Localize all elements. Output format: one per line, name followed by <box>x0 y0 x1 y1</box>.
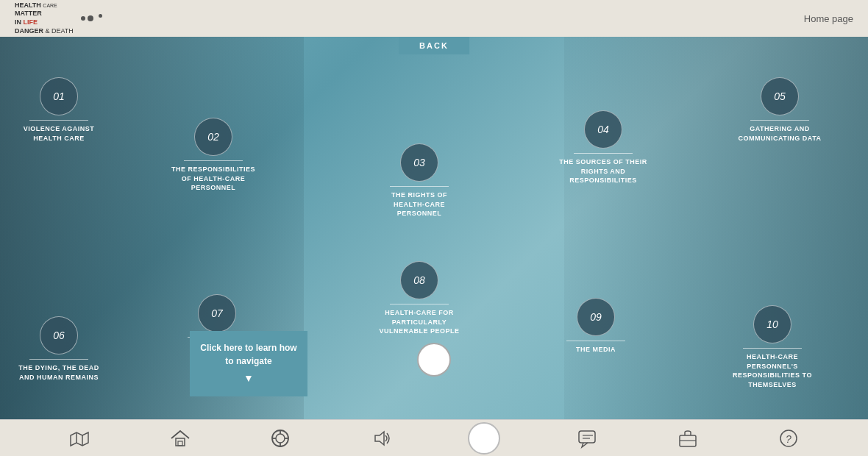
topic-t02[interactable]: 02THE RESPONSIBILITIES OF HEALTH-CARE PE… <box>169 118 257 193</box>
svg-point-6 <box>276 434 285 443</box>
navigate-arrow: ▼ <box>199 371 299 386</box>
back-button[interactable]: BACK <box>399 37 469 54</box>
topic-line-t01 <box>29 120 88 121</box>
svg-rect-12 <box>579 431 595 443</box>
topic-t05[interactable]: 05GATHERING AND COMMUNICATING DATA <box>736 77 824 143</box>
topic-number-t04: 04 <box>584 110 622 149</box>
topic-label-t02: THE RESPONSIBILITIES OF HEALTH-CARE PERS… <box>169 165 257 193</box>
topic-t06[interactable]: 06THE DYING, THE DEAD AND HUMAN REMAINS <box>15 316 103 382</box>
main-content: BACK 01VIOLENCE AGAINST HEALTH CARE02THE… <box>0 37 868 419</box>
svg-rect-3 <box>176 438 185 446</box>
svg-rect-4 <box>178 441 182 446</box>
topic-number-t01: 01 <box>40 77 78 115</box>
topic-label-t10: HEALTH-CARE PERSONNEL'S RESPONSIBILITIES… <box>728 352 817 389</box>
question-icon[interactable]: ? <box>775 425 802 452</box>
logo-decoration <box>81 15 102 21</box>
home-icon[interactable] <box>167 425 193 452</box>
briefcase-icon[interactable] <box>675 425 701 452</box>
topic-t01[interactable]: 01VIOLENCE AGAINST HEALTH CARE <box>15 77 103 143</box>
topic-line-t10 <box>743 348 802 349</box>
navigate-label: Click here to learn how to navigate <box>200 343 296 366</box>
topic-label-t04: THE SOURCES OF THEIR RIGHTS AND RESPONSI… <box>559 157 647 185</box>
topic-t03[interactable]: 03THE RIGHTS OF HEALTH-CARE PERSONNEL <box>375 143 463 218</box>
logo: HEALTH CARE MATTER IN LIFE DANGER & DEAT… <box>15 1 102 36</box>
topic-label-t03: THE RIGHTS OF HEALTH-CARE PERSONNEL <box>375 190 463 218</box>
svg-text:?: ? <box>786 433 791 445</box>
map-icon[interactable] <box>66 425 93 452</box>
topic-t08[interactable]: 08HEALTH-CARE FOR PARTICULARLY VULNERABL… <box>375 261 463 336</box>
lifebuoy-icon[interactable] <box>267 425 294 452</box>
topic-line-t03 <box>390 186 449 187</box>
center-indicator[interactable] <box>417 343 451 377</box>
topic-label-t09: THE MEDIA <box>576 345 616 355</box>
topic-t10[interactable]: 10HEALTH-CARE PERSONNEL'S RESPONSIBILITI… <box>728 305 817 389</box>
topic-t09[interactable]: 09THE MEDIA <box>566 298 625 355</box>
topic-number-t06: 06 <box>40 316 78 355</box>
topic-number-t09: 09 <box>577 298 615 336</box>
navigate-box[interactable]: Click here to learn how to navigate ▼ <box>190 331 307 396</box>
chat-icon[interactable] <box>574 425 601 452</box>
topic-number-t02: 02 <box>194 118 232 156</box>
center-nav-button[interactable] <box>468 422 500 455</box>
topic-line-t08 <box>390 304 449 304</box>
bottom-nav: ? <box>0 419 868 456</box>
topic-number-t08: 08 <box>400 261 438 299</box>
topic-label-t05: GATHERING AND COMMUNICATING DATA <box>736 124 824 143</box>
topic-number-t03: 03 <box>400 143 438 182</box>
svg-marker-11 <box>375 432 384 445</box>
sound-icon[interactable] <box>368 425 394 452</box>
svg-marker-0 <box>71 432 88 446</box>
topic-line-t09 <box>566 341 625 341</box>
topic-label-t01: VIOLENCE AGAINST HEALTH CARE <box>15 124 103 143</box>
topic-label-t06: THE DYING, THE DEAD AND HUMAN REMAINS <box>15 363 103 382</box>
topic-line-t04 <box>574 153 633 154</box>
topic-number-t07: 07 <box>198 294 236 332</box>
topic-line-t02 <box>184 160 243 161</box>
topic-number-t05: 05 <box>761 77 799 115</box>
topic-line-t06 <box>29 359 88 360</box>
topic-label-t08: HEALTH-CARE FOR PARTICULARLY VULNERABLE … <box>375 308 463 336</box>
logo-text: HEALTH CARE MATTER IN LIFE DANGER & DEAT… <box>15 1 74 36</box>
homepage-link[interactable]: Home page <box>804 13 853 24</box>
topic-number-t10: 10 <box>753 305 791 343</box>
header: HEALTH CARE MATTER IN LIFE DANGER & DEAT… <box>0 0 868 37</box>
topic-line-t05 <box>750 120 809 121</box>
topic-t04[interactable]: 04THE SOURCES OF THEIR RIGHTS AND RESPON… <box>559 110 647 185</box>
